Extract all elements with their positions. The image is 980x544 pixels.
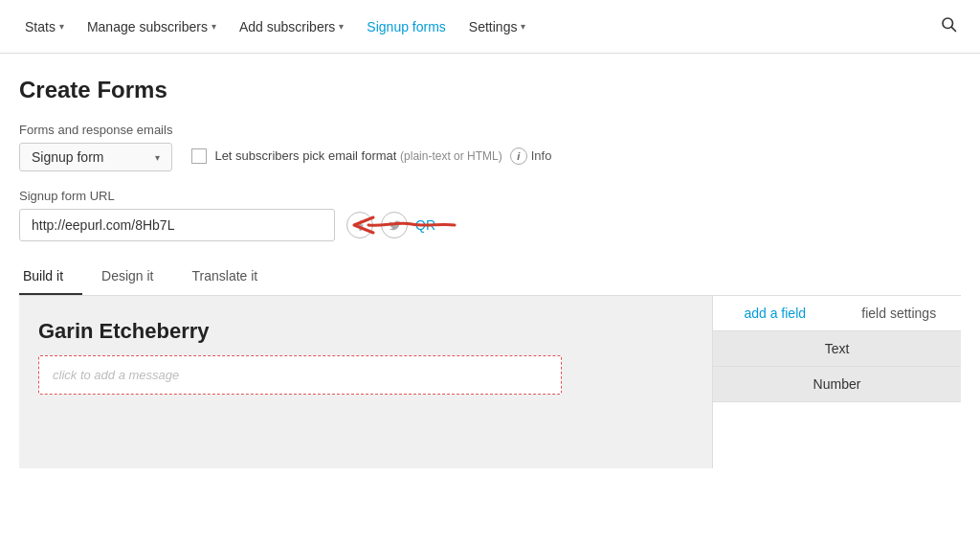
info-button[interactable]: i Info [510,147,552,165]
twitter-share-button[interactable] [381,212,408,238]
stats-chevron-icon: ▾ [59,21,64,32]
right-tab-add-field[interactable]: add a field [713,296,837,330]
manage-chevron-icon: ▾ [212,21,216,32]
main-content: Create Forms Forms and response emails S… [0,54,980,468]
nav-manage-label: Manage subscribers [87,19,208,34]
nav-settings-label: Settings [469,19,518,34]
nav-stats-label: Stats [25,19,56,34]
nav-manage-subscribers[interactable]: Manage subscribers ▾ [78,11,226,42]
dropdown-value: Signup form [32,149,103,165]
search-icon [940,15,957,33]
message-placeholder: click to add a message [53,368,179,382]
nav-add-label: Add subscribers [239,19,335,34]
form-builder-area: Garin Etcheberry click to add a message … [19,296,961,468]
search-button[interactable] [932,8,965,45]
dropdown-arrow-icon: ▾ [155,152,160,163]
right-tab-field-settings[interactable]: field settings [837,296,962,330]
text-field-button[interactable]: Text [713,331,961,367]
facebook-icon [354,219,367,232]
add-chevron-icon: ▾ [339,21,344,32]
qr-button[interactable]: QR [415,217,435,233]
tab-design-it[interactable]: Design it [98,259,172,295]
social-share-icons: QR [346,212,435,238]
svg-line-1 [951,27,955,31]
url-input-wrapper [19,209,335,241]
right-panel: add a field field settings Text Number [712,296,961,468]
number-field-button[interactable]: Number [713,367,961,402]
right-panel-tabs: add a field field settings [713,296,961,331]
url-section: Signup form URL [19,189,961,241]
info-icon: i [510,147,527,165]
email-format-checkbox[interactable] [191,148,207,164]
form-type-dropdown-wrapper: Forms and response emails Signup form ▾ [19,123,172,171]
form-preview-title: Garin Etcheberry [38,319,693,344]
form-controls-row: Forms and response emails Signup form ▾ … [19,123,961,171]
info-label: Info [531,148,552,163]
dropdown-label: Forms and response emails [19,123,172,137]
build-tabs: Build it Design it Translate it [19,259,961,296]
url-row: QR [19,209,961,241]
nav-signup-label: Signup forms [367,19,445,34]
settings-chevron-icon: ▾ [521,21,525,32]
checkbox-hint: (plain-text or HTML) [400,149,502,163]
facebook-share-button[interactable] [346,212,373,238]
form-type-dropdown[interactable]: Signup form ▾ [19,143,172,171]
twitter-icon [389,219,401,232]
url-input[interactable] [19,209,335,241]
nav-add-subscribers[interactable]: Add subscribers ▾ [230,11,353,42]
email-format-checkbox-row: Let subscribers pick email format (plain… [191,147,551,165]
nav-settings[interactable]: Settings ▾ [459,11,536,42]
message-add-area[interactable]: click to add a message [38,355,562,395]
nav-signup-forms[interactable]: Signup forms [357,11,455,42]
tab-build-it[interactable]: Build it [19,259,82,295]
page-title: Create Forms [19,77,961,103]
form-preview: Garin Etcheberry click to add a message [19,296,712,468]
nav-stats[interactable]: Stats ▾ [15,11,74,42]
tab-translate-it[interactable]: Translate it [189,259,278,295]
url-label: Signup form URL [19,189,961,203]
navigation: Stats ▾ Manage subscribers ▾ Add subscri… [0,0,980,54]
email-format-label: Let subscribers pick email format (plain… [214,148,501,163]
